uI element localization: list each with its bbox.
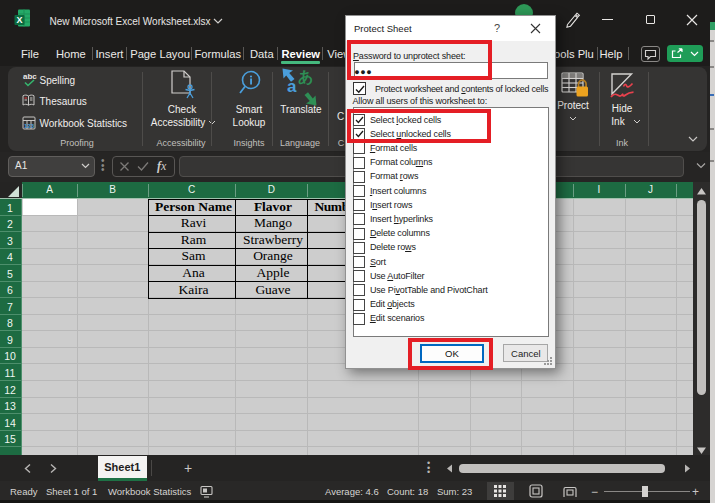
svg-text:X: X bbox=[16, 15, 22, 25]
svg-text:123: 123 bbox=[24, 123, 35, 129]
